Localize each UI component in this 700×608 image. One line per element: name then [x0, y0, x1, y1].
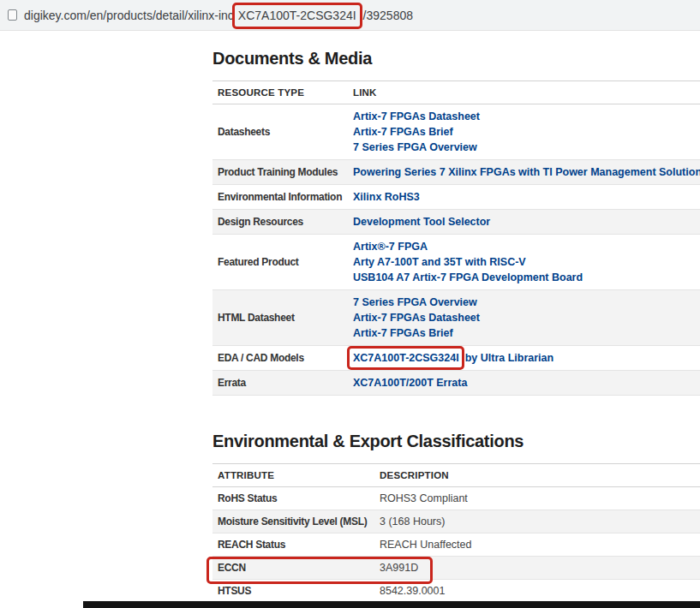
link-artix7-fpga[interactable]: Artix®-7 FPGA [353, 240, 695, 253]
column-header-description: DESCRIPTION [374, 464, 700, 486]
table-row-featured-product: Featured Product Artix®-7 FPGA Arty A7-1… [212, 235, 700, 290]
link-artix7-fpgas-brief[interactable]: Artix-7 FPGAs Brief [353, 125, 695, 139]
column-header-link: LINK [348, 81, 700, 104]
documents-media-table: RESOURCE TYPE LINK Datasheets Artix-7 FP… [212, 80, 700, 396]
link-cell: Xilinx RoHS3 [348, 185, 700, 209]
table-row-datasheets: Datasheets Artix-7 FPGAs Datasheet Artix… [212, 104, 700, 160]
page-icon [8, 9, 17, 21]
environmental-export-title: Environmental & Export Classifications [212, 396, 700, 463]
url-text: digikey.com/en/products/detail/xilinx-in… [24, 9, 413, 22]
docs-table-header-row: RESOURCE TYPE LINK [212, 80, 700, 104]
attribute-label: ECCN [212, 557, 374, 579]
link-powering-series7-ti[interactable]: Powering Series 7 Xilinx FPGAs with TI P… [353, 165, 700, 179]
attribute-value: 3 (168 Hours) [374, 510, 700, 533]
attribute-label: HTSUS [212, 580, 374, 602]
link-artix7-fpgas-datasheet-html[interactable]: Artix-7 FPGAs Datasheet [353, 311, 695, 325]
table-row-html-datasheet: HTML Datasheet 7 Series FPGA Overview Ar… [212, 290, 700, 346]
link-development-tool-selector[interactable]: Development Tool Selector [353, 215, 695, 229]
url-prefix: digikey.com/en/products/detail/xilinx-in… [24, 9, 234, 22]
url-suffix: /3925808 [363, 9, 413, 22]
eda-part-number: XC7A100T-2CSG324I [353, 352, 459, 364]
resource-type-label: HTML Datasheet [212, 307, 348, 329]
attribute-label: RoHS Status [212, 487, 374, 510]
link-xilinx-rohs3[interactable]: Xilinx RoHS3 [353, 190, 695, 204]
link-artix7-fpgas-datasheet[interactable]: Artix-7 FPGAs Datasheet [353, 110, 695, 123]
link-cell: XC7A100T-2CSG324Iby Ultra Librarian [348, 346, 700, 370]
docs-table-body: Datasheets Artix-7 FPGAs Datasheet Artix… [212, 104, 700, 396]
resource-type-label: Datasheets [212, 121, 348, 143]
page-content: Documents & Media RESOURCE TYPE LINK Dat… [212, 31, 700, 603]
env-table-body: RoHS Status ROHS3 Compliant Moisture Sen… [212, 487, 700, 603]
env-table-header-row: ATTRIBUTE DESCRIPTION [212, 463, 700, 487]
link-cell: XC7A100T/200T Errata [348, 371, 700, 395]
table-row-environmental-information: Environmental Information Xilinx RoHS3 [212, 185, 700, 210]
resource-type-label: Featured Product [212, 251, 348, 273]
url-part-number: XC7A100T-2CSG324I [238, 9, 356, 22]
link-cell: Artix®-7 FPGA Arty A7-100T and 35T with … [348, 235, 700, 289]
resource-type-label: Errata [212, 372, 348, 394]
bottom-bar [83, 601, 700, 608]
eda-link-suffix: by Ultra Librarian [465, 352, 554, 364]
table-row-errata: Errata XC7A100T/200T Errata [212, 371, 700, 396]
resource-type-label: EDA / CAD Models [212, 347, 348, 369]
link-cell: Powering Series 7 Xilinx FPGAs with TI P… [348, 160, 700, 184]
environmental-export-table: ATTRIBUTE DESCRIPTION RoHS Status ROHS3 … [212, 463, 700, 603]
attribute-value: REACH Unaffected [374, 533, 700, 556]
column-header-resource-type: RESOURCE TYPE [212, 81, 348, 104]
attribute-label: Moisture Sensitivity Level (MSL) [212, 510, 374, 533]
resource-type-label: Product Training Modules [212, 161, 348, 183]
link-arty-a7[interactable]: Arty A7-100T and 35T with RISC-V [353, 255, 695, 269]
browser-address-bar[interactable]: digikey.com/en/products/detail/xilinx-in… [0, 0, 700, 31]
link-cell: Artix-7 FPGAs Datasheet Artix-7 FPGAs Br… [348, 104, 700, 159]
link-7series-fpga-overview-html[interactable]: 7 Series FPGA Overview [353, 295, 695, 309]
table-row-rohs-status: RoHS Status ROHS3 Compliant [212, 487, 700, 510]
link-artix7-fpgas-brief-html[interactable]: Artix-7 FPGAs Brief [353, 326, 695, 340]
attribute-value: ROHS3 Compliant [374, 487, 700, 510]
table-row-reach-status: REACH Status REACH Unaffected [212, 533, 700, 557]
link-eda-cad-model[interactable]: XC7A100T-2CSG324Iby Ultra Librarian [353, 351, 695, 365]
link-cell: Development Tool Selector [348, 210, 700, 234]
resource-type-label: Design Resources [212, 211, 348, 233]
table-row-design-resources: Design Resources Development Tool Select… [212, 210, 700, 235]
table-row-htsus: HTSUS 8542.39.0001 [212, 580, 700, 603]
link-cell: 7 Series FPGA Overview Artix-7 FPGAs Dat… [348, 290, 700, 345]
table-row-eda-cad-models: EDA / CAD Models XC7A100T-2CSG324Iby Ult… [212, 346, 700, 371]
documents-media-title: Documents & Media [212, 31, 700, 80]
link-errata[interactable]: XC7A100T/200T Errata [353, 376, 695, 390]
table-row-product-training-modules: Product Training Modules Powering Series… [212, 160, 700, 185]
table-row-msl: Moisture Sensitivity Level (MSL) 3 (168 … [212, 510, 700, 533]
attribute-value: 3A991D [374, 557, 700, 579]
table-row-eccn: ECCN 3A991D [212, 557, 700, 580]
eda-link-annotation: XC7A100T-2CSG324I [353, 351, 459, 365]
link-usb104-a7-board[interactable]: USB104 A7 Artix-7 FPGA Development Board [353, 271, 695, 284]
attribute-label: REACH Status [212, 533, 374, 556]
attribute-value: 8542.39.0001 [374, 580, 700, 602]
link-7series-fpga-overview[interactable]: 7 Series FPGA Overview [353, 140, 695, 154]
resource-type-label: Environmental Information [212, 186, 348, 208]
column-header-attribute: ATTRIBUTE [212, 464, 374, 486]
url-highlight-annotation: XC7A100T-2CSG324I [238, 9, 356, 22]
